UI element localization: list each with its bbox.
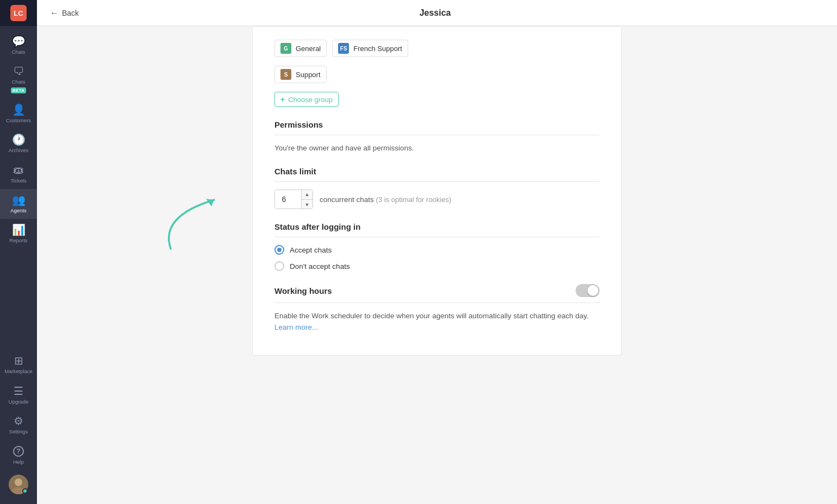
radio-circle-accept xyxy=(274,245,284,255)
online-indicator xyxy=(22,488,28,494)
sidebar-item-marketplace[interactable]: ⊞ Marketplace xyxy=(0,350,37,380)
sidebar-item-agents[interactable]: 👥 Agents xyxy=(0,189,37,219)
back-label: Back xyxy=(62,9,79,17)
sidebar-item-label: Chats xyxy=(12,79,26,85)
sidebar-item-label: Upgrade xyxy=(9,399,28,405)
sidebar-bottom: ⊞ Marketplace ☰ Upgrade ⚙ Settings ? Hel… xyxy=(0,350,37,504)
card-wrapper: G General FS French Support S Support xyxy=(225,26,649,482)
svg-marker-3 xyxy=(206,199,214,206)
chats-limit-row: ▲ ▼ concurrent chats (3 is optimal for r… xyxy=(274,190,599,209)
group-icon-general: G xyxy=(280,43,291,54)
status-section: Status after logging in Accept chats Don… xyxy=(274,222,599,271)
chats-limit-input[interactable] xyxy=(275,190,301,209)
group-tag-general: G General xyxy=(274,40,327,57)
groups-row: G General FS French Support xyxy=(274,40,599,57)
group-tag-french-support: FS French Support xyxy=(332,40,408,57)
chats-limit-title: Chats limit xyxy=(274,167,599,182)
back-button[interactable]: ← Back xyxy=(50,8,79,18)
upgrade-icon: ☰ xyxy=(14,386,23,396)
sidebar: LC 💬 Chats 🗨 Chats BETA 👤 Customers 🕐 Ar… xyxy=(0,0,37,504)
group-label-general: General xyxy=(296,45,321,53)
arrow-annotation xyxy=(138,173,247,260)
sidebar-item-label: Tickets xyxy=(10,178,27,184)
sidebar-item-reports[interactable]: 📊 Reports xyxy=(0,219,37,249)
plus-icon: + xyxy=(280,95,285,104)
working-hours-title: Working hours xyxy=(274,286,332,295)
customers-icon: 👤 xyxy=(12,104,26,115)
chats-icon: 💬 xyxy=(12,36,26,47)
sidebar-item-archives[interactable]: 🕐 Archives xyxy=(0,129,37,159)
permissions-section: Permissions You're the owner and have al… xyxy=(274,120,599,154)
beta-badge: BETA xyxy=(11,87,26,93)
concurrent-label: concurrent chats (3 is optimal for rooki… xyxy=(320,196,451,204)
working-hours-section: Working hours Enable the Work scheduler … xyxy=(274,284,599,333)
choose-group-button[interactable]: + Choose group xyxy=(274,92,339,107)
learn-more-link[interactable]: Learn more... xyxy=(274,323,318,331)
group-tag-support: S Support xyxy=(274,66,327,83)
svg-point-1 xyxy=(15,478,22,486)
sidebar-item-label: Help xyxy=(13,459,24,465)
working-hours-toggle[interactable] xyxy=(576,284,599,297)
agents-icon: 👥 xyxy=(12,194,26,205)
main-card: G General FS French Support S Support xyxy=(252,26,622,356)
radio-dont-accept-chats[interactable]: Don't accept chats xyxy=(274,261,599,271)
choose-group-wrap: + Choose group xyxy=(274,92,599,107)
working-hours-description: Enable the Work scheduler to decide when… xyxy=(274,311,599,333)
spinner-up-button[interactable]: ▲ xyxy=(302,190,313,200)
sidebar-item-chats[interactable]: 💬 Chats xyxy=(0,30,37,60)
page-title: Jessica xyxy=(79,8,791,18)
group-label-french-support: French Support xyxy=(353,45,402,53)
topbar: ← Back Jessica xyxy=(37,0,837,26)
marketplace-icon: ⊞ xyxy=(14,355,23,366)
chats-limit-section: Chats limit ▲ ▼ concurrent chats (3 is o… xyxy=(274,167,599,209)
status-title: Status after logging in xyxy=(274,222,599,237)
optimal-text: (3 is optimal for rookies) xyxy=(376,196,452,204)
sidebar-nav: 💬 Chats 🗨 Chats BETA 👤 Customers 🕐 Archi… xyxy=(0,26,37,350)
sidebar-item-label: Marketplace xyxy=(4,368,33,374)
archives-icon: 🕐 xyxy=(12,134,26,145)
group-icon-support: S xyxy=(280,69,291,80)
back-arrow-icon: ← xyxy=(50,8,59,18)
sidebar-item-label: Archives xyxy=(9,147,28,153)
working-hours-header: Working hours xyxy=(274,284,599,297)
radio-accept-label: Accept chats xyxy=(290,246,332,254)
group-label-support: Support xyxy=(296,71,321,79)
help-icon: ? xyxy=(13,446,24,457)
sidebar-item-label: Customers xyxy=(6,117,31,123)
settings-icon: ⚙ xyxy=(14,415,23,426)
toggle-knob xyxy=(588,285,598,296)
number-input-wrap: ▲ ▼ xyxy=(274,190,313,209)
sidebar-item-label: Chats xyxy=(12,49,26,55)
choose-group-label: Choose group xyxy=(288,96,333,104)
sidebar-logo: LC xyxy=(0,0,37,26)
sidebar-item-settings[interactable]: ⚙ Settings xyxy=(0,410,37,440)
sidebar-item-tickets[interactable]: 🎟 Tickets xyxy=(0,159,37,189)
sidebar-item-label: Agents xyxy=(10,207,27,213)
chats-beta-icon: 🗨 xyxy=(13,66,24,77)
spinners: ▲ ▼ xyxy=(301,190,313,209)
logo-box: LC xyxy=(10,5,27,21)
groups-row-2: S Support xyxy=(274,66,599,83)
content-area: G General FS French Support S Support xyxy=(37,26,837,504)
working-hours-divider xyxy=(274,303,599,303)
spinner-down-button[interactable]: ▼ xyxy=(302,200,313,210)
radio-dont-accept-label: Don't accept chats xyxy=(290,262,350,270)
permissions-title: Permissions xyxy=(274,120,599,135)
user-avatar-wrap[interactable] xyxy=(9,475,28,494)
sidebar-item-help[interactable]: ? Help xyxy=(0,440,37,470)
radio-accept-chats[interactable]: Accept chats xyxy=(274,245,599,255)
reports-icon: 📊 xyxy=(12,224,26,235)
tickets-icon: 🎟 xyxy=(13,165,24,175)
radio-group: Accept chats Don't accept chats xyxy=(274,245,599,271)
permissions-text: You're the owner and have all permission… xyxy=(274,143,599,154)
sidebar-item-label: Reports xyxy=(9,237,27,243)
radio-circle-dont-accept xyxy=(274,261,284,271)
sidebar-item-customers[interactable]: 👤 Customers xyxy=(0,99,37,129)
sidebar-item-chats-beta[interactable]: 🗨 Chats BETA xyxy=(0,60,37,98)
main-area: ← Back Jessica G General xyxy=(37,0,837,504)
sidebar-item-upgrade[interactable]: ☰ Upgrade xyxy=(0,380,37,410)
group-icon-french-support: FS xyxy=(338,43,349,54)
sidebar-item-label: Settings xyxy=(9,429,28,434)
